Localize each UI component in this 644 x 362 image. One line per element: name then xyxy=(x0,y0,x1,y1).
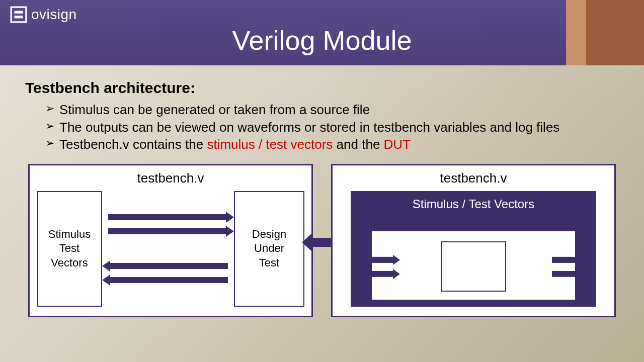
diagram-left: testbench.v Stimulus Test Vectors xyxy=(28,164,313,317)
bullet-3-highlight-a: stimulus / test vectors xyxy=(207,137,333,152)
bullet-list: Stimulus can be generated or taken from … xyxy=(25,102,619,153)
arrow-right-icon xyxy=(548,268,588,279)
stimulus-wrap-label: Stimulus / Test Vectors xyxy=(413,197,534,211)
bullet-3-text-a: Testbench.v contains the xyxy=(59,137,207,152)
dut-line-2: Under xyxy=(254,241,284,256)
svg-rect-0 xyxy=(11,7,26,22)
slide-header: ovisign Verilog Module xyxy=(0,0,644,65)
output-arrows xyxy=(548,254,588,279)
arrow-pair-top xyxy=(102,212,234,237)
brand-logo: ovisign xyxy=(10,6,77,23)
bullet-3-text-b: and the xyxy=(333,137,383,152)
arrow-column xyxy=(102,191,234,307)
stimulus-line-3: Vectors xyxy=(51,256,88,270)
dut-line-1: Design xyxy=(252,227,286,242)
slide-title: Verilog Module xyxy=(232,10,412,56)
dut-small-line-1: Design xyxy=(458,254,489,266)
logo-icon xyxy=(10,6,27,23)
arrow-pair-bottom xyxy=(102,260,234,286)
diagram-right-body: Stimulus / Test Vectors Design Under Tes… xyxy=(340,191,607,307)
slide-body: Testbench architecture: Stimulus can be … xyxy=(0,65,644,317)
bullet-2: The outputs can be viewed on waveforms o… xyxy=(45,119,619,136)
bullet-1: Stimulus can be generated or taken from … xyxy=(45,102,619,118)
stimulus-inner-area: Design Under Test xyxy=(371,230,576,301)
dut-box: Design Under Test xyxy=(234,191,304,307)
bullet-3-highlight-b: DUT xyxy=(384,137,411,152)
diagram-left-body: Stimulus Test Vectors Design xyxy=(37,191,304,307)
arrow-left-icon xyxy=(103,260,233,272)
stimulus-wrap-block: Stimulus / Test Vectors Design Under Tes… xyxy=(351,191,596,307)
arrow-right-icon xyxy=(103,226,233,237)
bullet-3: Testbench.v contains the stimulus / test… xyxy=(45,136,619,153)
diagram-right: testbench.v Stimulus / Test Vectors Desi… xyxy=(331,164,616,317)
section-heading: Testbench architecture: xyxy=(25,79,619,97)
dut-box-small: Design Under Test xyxy=(441,241,506,292)
header-accent-dark xyxy=(586,0,644,65)
input-arrows xyxy=(359,254,399,279)
diagram-row: testbench.v Stimulus Test Vectors xyxy=(25,164,619,317)
dut-line-3: Test xyxy=(259,256,279,270)
stimulus-line-2: Test xyxy=(59,241,79,256)
arrow-right-icon xyxy=(103,212,233,223)
arrow-right-icon xyxy=(359,268,399,279)
stimulus-box: Stimulus Test Vectors xyxy=(37,191,102,307)
svg-rect-2 xyxy=(15,16,23,18)
dut-small-line-2: Under Test xyxy=(449,266,498,279)
diagram-left-title: testbench.v xyxy=(37,170,304,186)
arrow-right-icon xyxy=(548,254,588,264)
arrow-right-icon xyxy=(359,254,399,264)
arrow-left-icon xyxy=(103,275,233,286)
diagram-right-title: testbench.v xyxy=(340,170,607,186)
brand-text: ovisign xyxy=(31,7,77,23)
stimulus-line-1: Stimulus xyxy=(48,227,91,242)
header-accent-light xyxy=(566,0,586,65)
svg-rect-1 xyxy=(15,11,23,14)
